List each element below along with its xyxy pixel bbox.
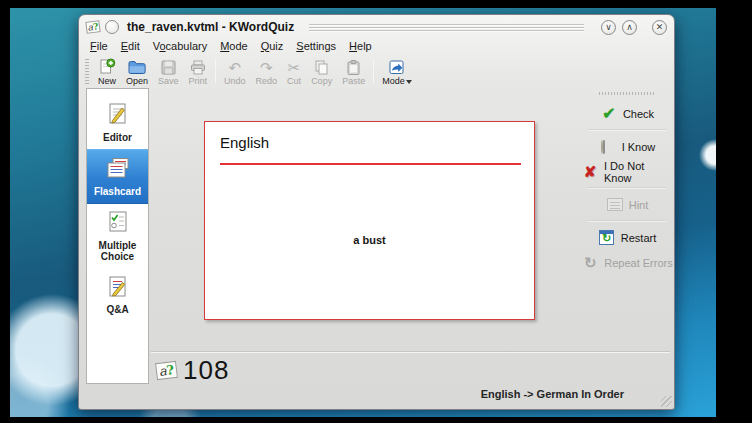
sidebar-item-qa[interactable]: Q&A [87, 269, 148, 322]
repeat-errors-icon: ↻ [581, 254, 599, 272]
print-icon [189, 58, 207, 76]
dock-handle[interactable] [599, 92, 655, 95]
minimize-button[interactable]: ∨ [601, 20, 616, 35]
flashcard[interactable]: English a bust [204, 121, 535, 320]
restart-button[interactable]: ↻ Restart [581, 227, 673, 248]
card-count: 108 [183, 355, 229, 386]
undo-icon: ↶ [229, 58, 242, 76]
cut-button[interactable]: ✂ Cut [282, 55, 306, 87]
close-button[interactable]: ✕ [652, 20, 667, 35]
print-button[interactable]: Print [184, 55, 213, 87]
titlebar-menu-button[interactable] [105, 20, 119, 34]
kwordquiz-logo-icon: a? [155, 361, 178, 380]
window-title: the_raven.kvtml - KWordQuiz [127, 20, 294, 34]
statusbar-mode-text: English -> German In Order [481, 388, 624, 400]
menu-settings[interactable]: Settings [296, 40, 336, 52]
save-button[interactable]: Save [153, 55, 184, 87]
copy-icon [313, 58, 330, 76]
quiz-actions-dock: ✔ Check I Know ✘ I Do Not Know Hint [581, 92, 673, 275]
mode-icon [388, 58, 405, 76]
editor-icon [105, 101, 131, 130]
toolbar-separator [215, 59, 216, 83]
toolbar: New Open Save Print [79, 54, 674, 88]
paste-clipboard-icon [345, 58, 362, 76]
dock-separator [588, 129, 666, 131]
kwordquiz-window: a? the_raven.kvtml - KWordQuiz ∨ ∧ ✕ Fil… [78, 14, 675, 410]
dock-separator [588, 220, 666, 222]
app-icon: a? [85, 20, 100, 34]
flashcard-language-label: English [220, 134, 269, 151]
open-folder-icon [127, 58, 147, 76]
redo-button[interactable]: ↷ Redo [251, 55, 283, 87]
new-document-icon [98, 58, 116, 76]
titlebar[interactable]: a? the_raven.kvtml - KWordQuiz ∨ ∧ ✕ [79, 15, 674, 37]
sidebar-item-multiple-choice[interactable]: Multiple Choice [87, 204, 148, 269]
chevron-down-icon [406, 80, 412, 84]
menu-edit[interactable]: Edit [121, 40, 140, 52]
flashcard-word: a bust [205, 234, 534, 246]
mode-sidebar: Editor Flashcard Multiple Choice Q&A [86, 88, 149, 384]
paste-button[interactable]: Paste [337, 55, 370, 87]
toolbar-separator [373, 59, 374, 83]
menubar: File Edit Vocabulary Mode Quiz Settings … [79, 37, 674, 54]
sidebar-item-editor[interactable]: Editor [87, 96, 148, 149]
menu-vocabulary[interactable]: Vocabulary [153, 40, 207, 52]
save-icon [160, 58, 177, 76]
multiple-choice-icon [105, 209, 131, 238]
lightbulb-icon [599, 138, 617, 156]
check-icon: ✔ [600, 105, 618, 123]
new-button[interactable]: New [93, 55, 121, 87]
menu-mode[interactable]: Mode [220, 40, 248, 52]
i-do-not-know-button[interactable]: ✘ I Do Not Know [581, 161, 673, 182]
question-answer-icon [105, 274, 131, 303]
red-x-icon: ✘ [581, 163, 599, 181]
card-counter: a? 108 [156, 355, 229, 386]
restart-icon: ↻ [598, 229, 616, 247]
titlebar-decoration [309, 24, 584, 33]
maximize-button[interactable]: ∧ [622, 20, 637, 35]
hint-button[interactable]: Hint [581, 194, 673, 215]
redo-icon: ↷ [260, 58, 273, 76]
toolbar-handle[interactable] [85, 59, 89, 84]
check-button[interactable]: ✔ Check [581, 103, 673, 124]
i-know-button[interactable]: I Know [581, 136, 673, 157]
hint-icon [606, 196, 624, 214]
sidebar-item-flashcard[interactable]: Flashcard [87, 149, 148, 204]
resize-grip[interactable] [661, 396, 672, 407]
mode-button[interactable]: Mode [377, 55, 417, 87]
repeat-errors-button[interactable]: ↻ Repeat Errors [581, 252, 673, 273]
menu-quiz[interactable]: Quiz [261, 40, 284, 52]
open-button[interactable]: Open [121, 55, 153, 87]
menu-file[interactable]: File [90, 40, 108, 52]
flashcard-icon [105, 155, 131, 184]
cut-scissors-icon: ✂ [288, 58, 301, 76]
desktop-background: a? the_raven.kvtml - KWordQuiz ∨ ∧ ✕ Fil… [10, 8, 716, 417]
flashcard-divider [220, 163, 521, 165]
undo-button[interactable]: ↶ Undo [219, 55, 251, 87]
bottom-separator [151, 351, 670, 352]
dock-separator [588, 187, 666, 189]
menu-help[interactable]: Help [349, 40, 372, 52]
copy-button[interactable]: Copy [306, 55, 337, 87]
